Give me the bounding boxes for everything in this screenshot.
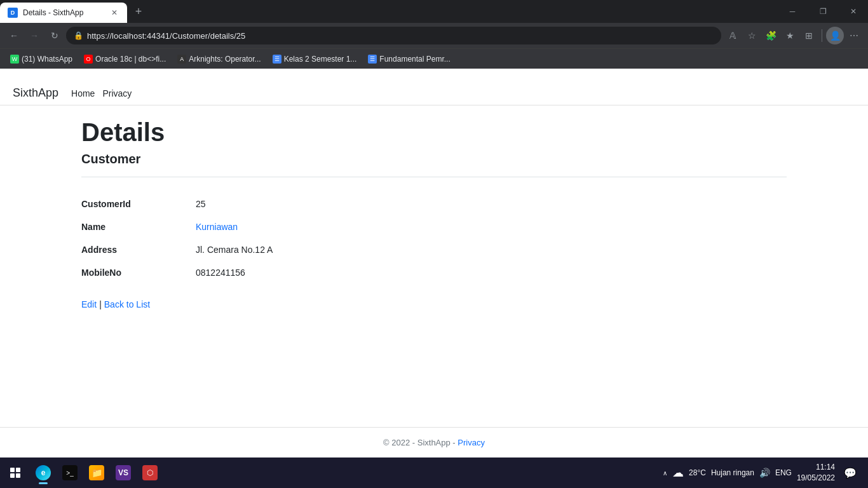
bookmark-kelas-label: Kelas 2 Semester 1... xyxy=(284,55,357,64)
forward-button[interactable]: → xyxy=(25,27,43,44)
field-value-mobileno: 0812241156 xyxy=(196,261,787,284)
table-row: Address Jl. Cemara No.12 A xyxy=(81,238,787,261)
maximize-button[interactable]: ❐ xyxy=(808,0,837,23)
address-text: https://localhost:44341/Customer/details… xyxy=(87,31,714,41)
page-actions: Edit | Back to List xyxy=(81,299,787,309)
table-row: MobileNo 0812241156 xyxy=(81,261,787,284)
lock-icon: 🔒 xyxy=(74,31,83,40)
page-title: Details xyxy=(81,118,787,147)
browser-tab[interactable]: D Details - SixthApp ✕ xyxy=(0,3,127,23)
edit-link[interactable]: Edit xyxy=(81,299,97,309)
bookmark-oracle-label: Oracle 18c | db<>fi... xyxy=(95,55,166,64)
table-row: Name Kurniawan xyxy=(81,215,787,238)
arknights-favicon: A xyxy=(177,55,186,64)
back-to-list-link[interactable]: Back to List xyxy=(104,299,150,309)
divider xyxy=(81,177,787,177)
bookmark-whatsapp-label: (31) WhatsApp xyxy=(22,55,72,64)
collections-icon[interactable]: ⊞ xyxy=(800,27,818,44)
bookmark-whatsapp[interactable]: W (31) WhatsApp xyxy=(5,51,78,67)
bookmark-arknights-label: Arknights: Operator... xyxy=(189,55,261,64)
new-tab-button[interactable]: + xyxy=(130,3,147,20)
kelas-favicon: ☰ xyxy=(273,55,281,64)
bookmark-fundamental-label: Fundamental Pemr... xyxy=(379,55,450,64)
tab-close-button[interactable]: ✕ xyxy=(109,8,119,18)
field-label-mobileno: MobileNo xyxy=(81,261,196,284)
nav-home[interactable]: Home xyxy=(71,88,95,98)
bookmarks-bar: W (31) WhatsApp O Oracle 18c | db<>fi...… xyxy=(0,48,868,69)
tab-favicon: D xyxy=(8,8,18,18)
minimize-button[interactable]: ─ xyxy=(778,0,807,23)
toolbar-separator xyxy=(822,29,822,42)
address-bar[interactable]: 🔒 https://localhost:44341/Customer/detai… xyxy=(66,27,721,44)
toolbar-icons: 𝔸 ☆ 🧩 ★ ⊞ 👤 ⋯ xyxy=(724,27,863,44)
tab-title: Details - SixthApp xyxy=(23,8,104,17)
field-label-name: Name xyxy=(81,215,196,238)
bookmark-arknights[interactable]: A Arknights: Operator... xyxy=(172,51,266,67)
site-nav: SixthApp Home Privacy xyxy=(0,81,868,105)
field-value-name: Kurniawan xyxy=(196,215,787,238)
address-bar-row: ← → ↻ 🔒 https://localhost:44341/Customer… xyxy=(0,23,868,48)
whatsapp-favicon: W xyxy=(10,55,19,64)
favorites-icon[interactable]: ☆ xyxy=(743,27,761,44)
page-content: SixthApp Home Privacy Details Customer C… xyxy=(0,69,868,437)
oracle-favicon: O xyxy=(84,55,93,64)
favorites2-icon[interactable]: ★ xyxy=(781,27,799,44)
name-link[interactable]: Kurniawan xyxy=(196,222,238,232)
bookmark-oracle[interactable]: O Oracle 18c | db<>fi... xyxy=(79,51,171,67)
detail-table: CustomerId 25 Name Kurniawan Address Jl.… xyxy=(81,193,787,284)
action-separator: | xyxy=(99,299,102,309)
field-value-address: Jl. Cemara No.12 A xyxy=(196,238,787,261)
site-footer: © 2022 - SixthApp - Privacy xyxy=(0,427,868,437)
profile-button[interactable]: 👤 xyxy=(826,27,844,44)
field-value-customerid: 25 xyxy=(196,193,787,215)
back-button[interactable]: ← xyxy=(5,27,23,44)
site-brand[interactable]: SixthApp xyxy=(13,86,58,100)
extensions-icon[interactable]: 🧩 xyxy=(762,27,780,44)
fundamental-favicon: ☰ xyxy=(368,55,377,64)
settings-icon[interactable]: ⋯ xyxy=(845,27,863,44)
close-button[interactable]: ✕ xyxy=(839,0,868,23)
nav-privacy[interactable]: Privacy xyxy=(102,88,132,98)
section-subtitle: Customer xyxy=(81,152,787,166)
bookmark-fundamental[interactable]: ☰ Fundamental Pemr... xyxy=(363,51,455,67)
field-label-customerid: CustomerId xyxy=(81,193,196,215)
refresh-button[interactable]: ↻ xyxy=(46,27,64,44)
table-row: CustomerId 25 xyxy=(81,193,787,215)
field-label-address: Address xyxy=(81,238,196,261)
window-controls: ─ ❐ ✕ xyxy=(778,0,868,23)
bookmark-kelas[interactable]: ☰ Kelas 2 Semester 1... xyxy=(268,51,362,67)
read-aloud-icon[interactable]: 𝔸 xyxy=(724,27,742,44)
main-content: Details Customer CustomerId 25 Name Kurn… xyxy=(72,105,796,322)
